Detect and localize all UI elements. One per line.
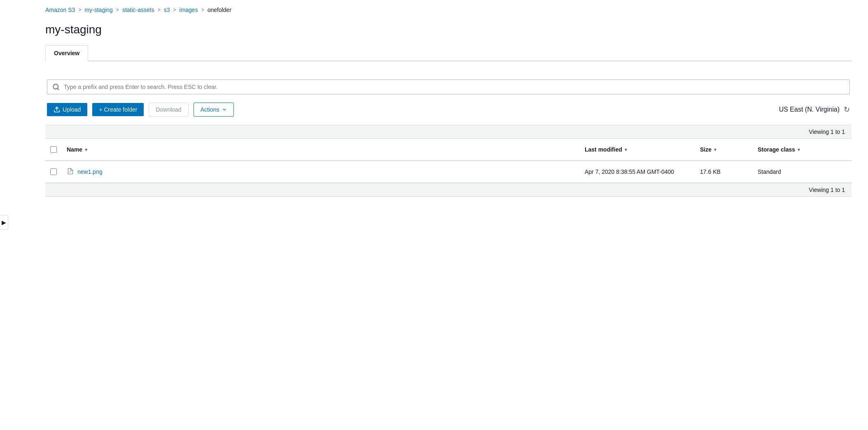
- storage-class-sort-arrow: ▼: [797, 147, 801, 152]
- breadcrumb-sep-3: >: [158, 7, 161, 13]
- breadcrumb: Amazon S3 > my-staging > static-assets >…: [45, 7, 852, 13]
- svg-line-1: [57, 88, 58, 89]
- breadcrumb-static-assets[interactable]: static-assets: [122, 7, 154, 13]
- row-checkbox[interactable]: [50, 168, 57, 175]
- create-folder-button[interactable]: + Create folder: [92, 103, 144, 116]
- main-content: Amazon S3 > my-staging > static-assets >…: [12, 0, 868, 213]
- header-name[interactable]: Name ▼: [62, 142, 580, 157]
- actions-button[interactable]: Actions: [194, 103, 234, 117]
- breadcrumb-s3[interactable]: s3: [164, 7, 170, 13]
- page-title: my-staging: [45, 23, 852, 36]
- header-size[interactable]: Size ▼: [695, 142, 753, 157]
- viewing-bar-top: Viewing 1 to 1: [45, 125, 852, 139]
- row-last-modified-cell: Apr 7, 2020 8:38:55 AM GMT-0400: [580, 161, 695, 182]
- breadcrumb-onefolder: onefolder: [208, 7, 231, 13]
- name-sort-arrow: ▼: [84, 147, 88, 152]
- breadcrumb-sep-2: >: [116, 7, 119, 13]
- breadcrumb-sep-1: >: [78, 7, 81, 13]
- refresh-icon[interactable]: ↻: [844, 105, 850, 114]
- download-button[interactable]: Download: [149, 103, 188, 117]
- search-icon: [52, 83, 60, 91]
- search-input[interactable]: [64, 84, 845, 90]
- breadcrumb-sep-4: >: [173, 7, 176, 13]
- region-info: US East (N. Virginia) ↻: [779, 105, 850, 114]
- tabs: Overview: [45, 44, 852, 61]
- row-size-cell: 17.6 KB: [695, 161, 753, 182]
- chevron-down-icon: [222, 107, 227, 112]
- file-name-link[interactable]: new1.png: [77, 168, 103, 175]
- upload-button[interactable]: Upload: [47, 103, 87, 116]
- viewing-bar-bottom: Viewing 1 to 1: [45, 183, 852, 197]
- row-checkbox-cell: [45, 161, 62, 182]
- content-area: Upload + Create folder Download Actions …: [45, 61, 852, 197]
- table-row: new1.png Apr 7, 2020 8:38:55 AM GMT-0400…: [45, 161, 852, 183]
- toolbar: Upload + Create folder Download Actions …: [45, 103, 852, 117]
- breadcrumb-amazon-s3[interactable]: Amazon S3: [45, 7, 75, 13]
- file-icon: [67, 168, 74, 176]
- select-all-checkbox[interactable]: [50, 146, 57, 153]
- size-sort-arrow: ▼: [713, 147, 717, 152]
- header-last-modified[interactable]: Last modified ▼: [580, 142, 695, 157]
- row-storage-class-cell: Standard: [753, 161, 852, 182]
- header-checkbox-cell: [45, 142, 62, 157]
- search-bar: [47, 79, 850, 94]
- table-header: Name ▼ Last modified ▼ Size ▼ Storage cl…: [45, 139, 852, 161]
- header-storage-class[interactable]: Storage class ▼: [753, 142, 852, 157]
- breadcrumb-my-staging[interactable]: my-staging: [84, 7, 112, 13]
- last-modified-sort-arrow: ▼: [624, 147, 628, 152]
- upload-icon: [54, 106, 60, 113]
- tab-overview[interactable]: Overview: [45, 45, 88, 61]
- chevron-right-icon: ▶: [2, 219, 6, 226]
- breadcrumb-images[interactable]: images: [180, 7, 198, 13]
- breadcrumb-sep-5: >: [201, 7, 204, 13]
- sidebar-toggle[interactable]: ▶: [0, 215, 8, 230]
- row-name-cell: new1.png: [62, 161, 580, 182]
- page-wrapper: ▶ Amazon S3 > my-staging > static-assets…: [0, 0, 868, 430]
- region-label: US East (N. Virginia): [779, 106, 840, 113]
